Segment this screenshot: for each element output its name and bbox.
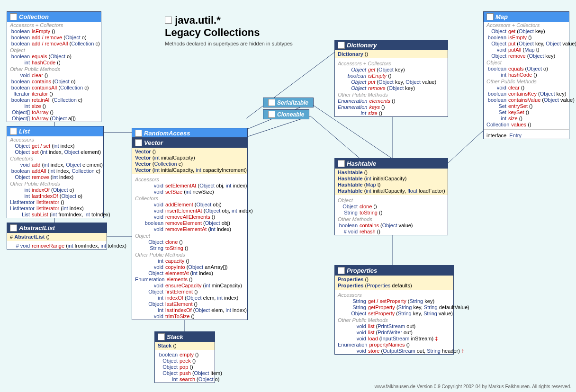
method-row: Objectpop () [155, 364, 215, 370]
method-row: voidremoveAllElements () [132, 214, 247, 220]
method-row: Objectput (Object key, Object value) [335, 79, 448, 85]
method-row: voidstore (OutputStream out, String head… [335, 348, 453, 354]
method-row: Stringget / setProperty (String key) [335, 298, 453, 304]
method-row: booleanisEmpty () [7, 28, 101, 35]
method-row: ObjectsetProperty (String key, String va… [335, 311, 453, 317]
section-header: Other Public Methods [7, 180, 103, 187]
method-row: voidlist (PrintStream out) [335, 323, 453, 330]
method-row: StringtoString () [132, 245, 247, 251]
class-list: ListAccessorsObjectget / set (int index)… [7, 126, 104, 218]
method-row: booleanretainAll (Collection c) [7, 97, 101, 103]
section-header: Other Public Methods [335, 91, 448, 98]
method-row: booleanisEmpty () [484, 35, 569, 41]
method-row: booleanisEmpty () [335, 73, 448, 79]
method-row: inthashCode () [484, 72, 569, 78]
class-icon [158, 333, 165, 340]
method-row: voidensureCapacity (int minCapacity) [132, 283, 247, 289]
class-icon [10, 224, 17, 232]
svg-line-9 [310, 116, 360, 159]
method-row: Objectremove (Object key) [335, 85, 448, 91]
method-row: booleancontainsKey (Object key) [484, 91, 569, 97]
class-icon [10, 128, 17, 135]
method-row: SetentrySet () [484, 103, 569, 109]
method-row: booleanequals (Object o) [7, 53, 101, 60]
constructors: Vector ()Vector (int initialCapacity)Vec… [132, 148, 247, 174]
method-row: Objectpush (Object item) [155, 370, 215, 376]
method-row: ListsubList (int fromIndex, int toIndex) [7, 212, 103, 218]
method-row: voidinsertElementAt (Object obj, int ind… [132, 208, 247, 214]
method-row: ListIteratorlistIterator () [7, 199, 103, 205]
method-row: voidload (InputStream inStream) ‡ [335, 336, 453, 342]
method-row: EnumerationpropertyNames () [335, 342, 453, 348]
class-icon [10, 13, 17, 20]
method-row: Object[]toArray () [7, 109, 101, 116]
interface-icon [268, 111, 275, 118]
class-map: MapAccessors + CollectorsObjectget (Obje… [483, 11, 569, 139]
method-row: booleanremoveElement (Object obj) [132, 220, 247, 226]
method-row: ListIteratorlistIterator (int index) [7, 205, 103, 212]
section-header: Accessors [7, 136, 103, 143]
section-header: Accessors [132, 176, 247, 183]
svg-line-12 [246, 47, 341, 118]
method-row: Enumerationelements () [335, 98, 448, 104]
method-row: booleanaddAll (int index, Collection c) [7, 168, 103, 174]
method-row: Iteratoriterator () [7, 91, 101, 97]
method-row: ObjectfirstElement () [132, 289, 247, 295]
method-row: booleancontains (Object o) [7, 79, 101, 85]
method-row: voidtrimToSize () [132, 313, 247, 320]
class-header: Vector [132, 138, 247, 148]
constructors: # AbstractList () [7, 233, 107, 241]
method-row: voidputAll (Map t) [484, 47, 569, 53]
section-header: Object [335, 197, 448, 204]
method-row: intindexOf (Object elem, int index) [132, 295, 247, 301]
class-properties: PropertiesProperties ()Properties (Prope… [334, 265, 454, 355]
class-header: Hashtable [335, 159, 448, 169]
section-header: Other Public Methods [132, 251, 247, 258]
svg-line-11 [448, 131, 483, 163]
section-header: Accessors + Collectors [484, 22, 569, 28]
method-row: intlastIndexOf (Object o) [7, 193, 103, 199]
method-row: intsize () [7, 103, 101, 109]
method-row: Objectget (Object key) [484, 28, 569, 35]
class-header: Stack [155, 332, 215, 342]
method-row: SetkeySet () [484, 109, 569, 116]
section-header: Object [484, 59, 569, 66]
method-row: StringgetProperty (String key, String de… [335, 304, 453, 311]
method-row: Objectclone () [132, 239, 247, 245]
class-abstractlist: AbstractList# AbstractList ()# voidremov… [7, 223, 107, 249]
class-hashtable: HashtableHashtable ()Hashtable (int init… [334, 158, 448, 235]
section-header: Collectors [132, 195, 247, 202]
method-row: voidsetElementAt (Object obj, int index) [132, 183, 247, 189]
method-row: Enumerationelements () [132, 276, 247, 283]
method-row: Objectget / set (int index) [7, 143, 103, 149]
method-row: voidremoveElementAt (int index) [132, 226, 247, 232]
method-row: Objectremove (Object key) [484, 53, 569, 59]
method-row: ObjectelementAt (int index) [132, 270, 247, 276]
section-header: Accessors + Collectors [335, 60, 448, 67]
method-row: booleancontainsAll (Collection c) [7, 85, 101, 91]
class-header: List [7, 126, 103, 136]
method-row: voidaddElement (Object obj) [132, 202, 247, 208]
section-header: Object [132, 232, 247, 239]
serializable-label: Serializable [263, 98, 314, 107]
method-row: booleanadd / remove (Object o) [7, 35, 101, 41]
section-header: Accessors + Collectors [7, 22, 101, 28]
footer-text: www.falkhausen.de Version 0.9 Copyright … [375, 384, 571, 389]
class-header: Properties [335, 266, 453, 276]
section-header: Other Public Methods [335, 317, 453, 323]
method-row: voidclear () [484, 85, 569, 91]
method-row: voidclear () [7, 72, 101, 79]
constructors: Properties ()Properties (Properties defa… [335, 276, 453, 290]
page-title: java.util.* Legacy Collections Methods d… [165, 14, 293, 46]
interface-icon [135, 130, 142, 137]
section-header: Accessors [335, 292, 453, 298]
class-dictionary: DictionaryDictionary ()Accessors + Colle… [334, 40, 448, 117]
svg-line-10 [237, 116, 310, 140]
class-header: Map [484, 12, 569, 22]
method-row: Object[]toArray (Object a[]) [7, 116, 101, 122]
section-header: Collectors [7, 155, 103, 162]
method-row: # voidremoveRange (int fromIndex, int to… [7, 243, 107, 249]
class-header: Collection [7, 12, 101, 22]
method-row: Objectclone () [335, 204, 448, 210]
method-row: intcapacity () [132, 258, 247, 264]
